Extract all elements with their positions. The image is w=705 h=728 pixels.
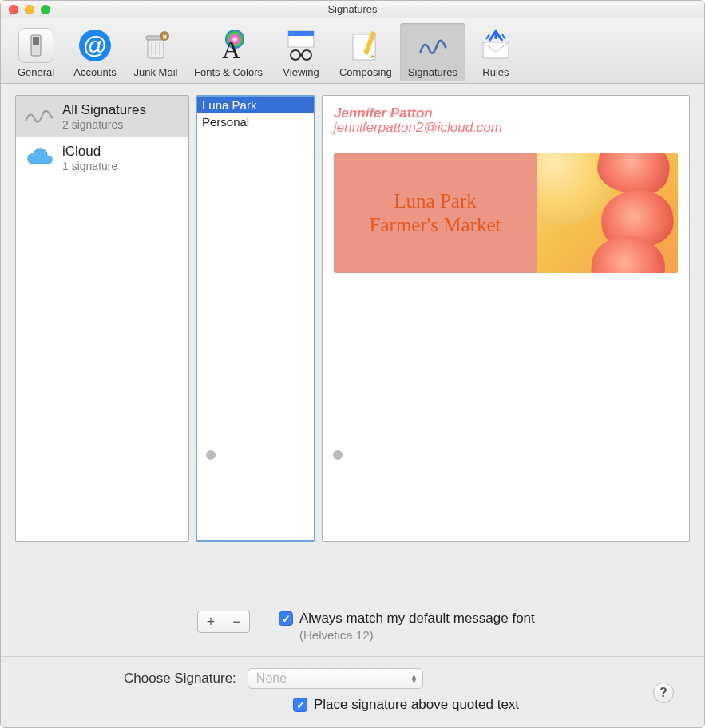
- window-zoom-button[interactable]: [41, 5, 50, 14]
- tab-label: General: [18, 66, 54, 78]
- account-count: 2 signatures: [62, 118, 146, 131]
- compose-icon: [347, 26, 385, 65]
- svg-point-23: [51, 117, 53, 119]
- signature-list[interactable]: Luna Park Personal: [196, 95, 315, 542]
- cloud-icon: [24, 144, 56, 172]
- glasses-icon: [282, 26, 320, 65]
- add-signature-button[interactable]: +: [198, 611, 224, 632]
- choose-signature-label: Choose Signature:: [124, 671, 236, 686]
- signature-item[interactable]: Personal: [197, 113, 314, 130]
- tab-label: Signatures: [408, 66, 457, 78]
- tab-label: Composing: [339, 66, 392, 78]
- svg-rect-14: [288, 31, 314, 36]
- tab-label: Accounts: [73, 66, 116, 78]
- preview-image: Luna Park Farmer's Market: [334, 153, 678, 273]
- account-count: 1 signature: [62, 160, 117, 172]
- match-font-checkbox[interactable]: ✓: [279, 611, 293, 626]
- tab-label: Viewing: [283, 66, 319, 78]
- banner-text: Luna Park Farmer's Market: [370, 189, 501, 237]
- svg-point-16: [302, 50, 311, 60]
- titlebar: Signatures: [1, 1, 704, 18]
- column-resize-handle[interactable]: [206, 450, 216, 460]
- account-all-signatures[interactable]: All Signatures 2 signatures: [16, 96, 188, 137]
- switch-icon: [18, 28, 53, 63]
- signature-preview[interactable]: Jennifer Patton jenniferpatton2@icloud.c…: [322, 95, 690, 542]
- tab-label: Fonts & Colors: [194, 66, 263, 78]
- tab-accounts[interactable]: @ Accounts: [65, 23, 125, 81]
- trash-icon: ✖: [137, 26, 175, 65]
- tab-viewing[interactable]: Viewing: [271, 23, 331, 81]
- add-remove-buttons: + −: [197, 611, 250, 633]
- window-close-button[interactable]: [9, 5, 18, 14]
- tab-composing[interactable]: Composing: [331, 23, 400, 81]
- fonts-colors-icon: A: [209, 26, 248, 65]
- signature-item[interactable]: Luna Park: [197, 97, 314, 113]
- svg-rect-1: [33, 37, 39, 45]
- remove-signature-button[interactable]: −: [224, 611, 249, 632]
- at-icon: @: [76, 26, 114, 65]
- help-button[interactable]: ?: [653, 682, 674, 703]
- column-resize-handle[interactable]: [333, 450, 343, 460]
- svg-text:A: A: [222, 35, 240, 63]
- svg-text:✖: ✖: [162, 34, 168, 41]
- rules-icon: [477, 26, 515, 65]
- account-list: All Signatures 2 signatures iCloud 1 sig…: [15, 95, 189, 542]
- preferences-toolbar: General @ Accounts ✖ Junk Mail A Fonts &…: [1, 18, 704, 84]
- match-font-label: Always match my default message font: [299, 611, 535, 627]
- signature-icon: [414, 26, 452, 65]
- window-title: Signatures: [1, 3, 704, 15]
- tab-general[interactable]: General: [7, 23, 65, 81]
- svg-text:@: @: [83, 32, 107, 58]
- preview-email: jenniferpatton2@icloud.com: [334, 120, 678, 136]
- tab-fonts-colors[interactable]: A Fonts & Colors: [186, 23, 271, 81]
- tab-label: Junk Mail: [134, 66, 178, 78]
- account-name: iCloud: [62, 144, 117, 160]
- place-above-checkbox[interactable]: ✓: [293, 698, 307, 712]
- svg-point-21: [444, 46, 446, 49]
- dropdown-value: None: [256, 671, 287, 686]
- divider: [1, 656, 704, 657]
- choose-signature-dropdown[interactable]: None ▲▼: [248, 668, 423, 689]
- svg-point-15: [291, 50, 300, 60]
- tab-junk-mail[interactable]: ✖ Junk Mail: [125, 23, 186, 81]
- account-icloud[interactable]: iCloud 1 signature: [16, 137, 188, 179]
- tab-rules[interactable]: Rules: [465, 23, 526, 81]
- tab-label: Rules: [482, 66, 509, 78]
- account-name: All Signatures: [62, 102, 146, 118]
- tab-signatures[interactable]: Signatures: [400, 23, 465, 81]
- font-note: (Helvetica 12): [299, 628, 535, 642]
- chevron-updown-icon: ▲▼: [410, 674, 418, 683]
- window-minimize-button[interactable]: [25, 5, 34, 14]
- preview-name: Jennifer Patton: [334, 105, 678, 121]
- place-above-label: Place signature above quoted text: [314, 697, 519, 713]
- signature-icon: [24, 102, 56, 131]
